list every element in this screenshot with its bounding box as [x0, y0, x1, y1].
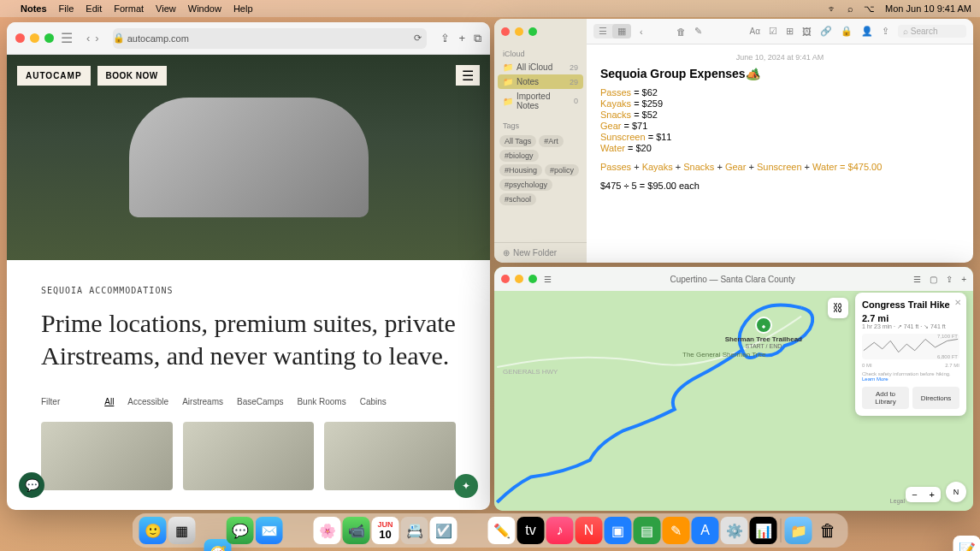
close-button[interactable] — [15, 33, 25, 43]
gallery-card[interactable] — [41, 422, 173, 490]
legal-link[interactable]: Legal — [890, 498, 905, 504]
zoom-in-button[interactable]: + — [924, 487, 941, 502]
view-toggle[interactable]: ☰ ▦ — [593, 24, 631, 39]
dock-notes[interactable]: 📝 — [953, 536, 981, 551]
close-icon[interactable]: ✕ — [954, 298, 961, 307]
filter-airstreams[interactable]: Airstreams — [182, 397, 223, 406]
checklist-icon[interactable]: ☑ — [769, 26, 777, 37]
dock-music[interactable]: ♪ — [546, 517, 574, 544]
folder-notes[interactable]: 📁 Notes 29 — [498, 74, 583, 89]
dock-photos[interactable]: 🌸 — [314, 517, 341, 544]
wifi-icon[interactable]: ᯤ — [828, 3, 837, 14]
dock-mail[interactable]: ✉️ — [256, 517, 283, 544]
menu-format[interactable]: Format — [114, 3, 144, 14]
dock-numbers[interactable]: ▤ — [634, 517, 661, 544]
dock-pages[interactable]: ✎ — [663, 517, 690, 544]
dock-trash[interactable]: 🗑 — [814, 517, 841, 544]
share-icon[interactable]: ⇪ — [882, 26, 889, 37]
directions-button[interactable]: Directions — [912, 387, 959, 409]
close-button[interactable] — [501, 27, 510, 36]
dock-tv[interactable]: tv — [517, 517, 545, 544]
dock-news[interactable]: N — [576, 517, 603, 544]
tag-school[interactable]: #school — [499, 193, 536, 205]
minimize-button[interactable] — [30, 33, 39, 43]
add-to-library-button[interactable]: Add to Library — [862, 387, 909, 409]
minimize-button[interactable] — [515, 27, 523, 36]
menu-window[interactable]: Window — [188, 3, 221, 14]
menubar-datetime[interactable]: Mon Jun 10 9:41 AM — [885, 3, 971, 14]
compass-button[interactable]: N — [946, 482, 966, 502]
dock-activity[interactable]: 📊 — [750, 517, 777, 544]
menu-file[interactable]: File — [59, 3, 74, 14]
chat-button[interactable]: 💬 — [19, 472, 44, 498]
link-icon[interactable]: 🔗 — [820, 26, 832, 37]
dock-downloads[interactable]: 📁 — [785, 517, 812, 544]
filter-basecamps[interactable]: BaseCamps — [237, 397, 283, 406]
dock-launchpad[interactable]: ▦ — [168, 517, 196, 544]
dock-settings[interactable]: ⚙️ — [721, 517, 748, 544]
dock-messages[interactable]: 💬 — [227, 517, 254, 544]
hamburger-menu[interactable]: ☰ — [456, 65, 480, 86]
dock-keynote[interactable]: ▣ — [605, 517, 632, 544]
tag-art[interactable]: #Art — [539, 135, 564, 147]
add-icon[interactable]: + — [961, 275, 966, 284]
dock-facetime[interactable]: 📹 — [343, 517, 370, 544]
list-view-icon[interactable]: ☰ — [593, 24, 612, 39]
learn-more-link[interactable]: Learn More — [862, 376, 888, 382]
back-button[interactable]: ‹ — [86, 32, 90, 44]
minimize-button[interactable] — [515, 275, 523, 283]
forward-button[interactable]: › — [95, 32, 98, 44]
dock-contacts[interactable]: 📇 — [401, 517, 428, 544]
poi-general-sherman[interactable]: The General Sherman Tree — [682, 351, 765, 358]
note-editor[interactable]: June 10, 2024 at 9:41 AM Sequoia Group E… — [587, 44, 973, 263]
share-icon[interactable]: ⇪ — [946, 275, 953, 284]
book-now-button[interactable]: BOOK NOW — [97, 66, 167, 86]
map-mode-button[interactable]: ⛓ — [828, 298, 848, 318]
new-folder-button[interactable]: ⊕ New Folder — [494, 242, 587, 263]
format-icon[interactable]: Aα — [750, 27, 760, 36]
close-button[interactable] — [501, 275, 510, 283]
dock-freeform[interactable]: ✏️ — [488, 517, 516, 544]
grid-view-icon[interactable]: ▦ — [612, 24, 631, 39]
sidebar-toggle-icon[interactable]: ☰ — [61, 30, 73, 46]
menu-edit[interactable]: Edit — [86, 3, 102, 14]
lock-icon[interactable]: 🔒 — [841, 26, 853, 37]
fullscreen-button[interactable] — [528, 27, 537, 36]
menu-help[interactable]: Help — [233, 3, 253, 14]
search-icon[interactable]: ⌕ — [847, 3, 853, 14]
fullscreen-button[interactable] — [44, 33, 54, 43]
dock-reminders[interactable]: ☑️ — [430, 517, 458, 544]
dock-finder[interactable]: 🙂 — [139, 517, 167, 544]
tag-psychology[interactable]: #psychology — [499, 179, 552, 191]
fullscreen-button[interactable] — [528, 275, 537, 283]
compose-icon[interactable]: ✎ — [694, 26, 702, 37]
filter-bunkrooms[interactable]: Bunk Rooms — [297, 397, 345, 406]
filter-all[interactable]: All — [104, 397, 114, 406]
trailhead-marker[interactable]: ⬥ Sherman Tree Trailhead START / END — [725, 317, 802, 349]
app-menu[interactable]: Notes — [21, 3, 47, 14]
folder-imported[interactable]: 📁 Imported Notes 0 — [494, 89, 587, 113]
gallery-card[interactable] — [324, 422, 456, 490]
reload-icon[interactable]: ⟳ — [414, 33, 427, 44]
menu-view[interactable]: View — [156, 3, 176, 14]
tag-biology[interactable]: #biology — [499, 150, 539, 162]
bookmarks-icon[interactable]: ☰ — [913, 275, 921, 284]
mode-icon[interactable]: ▢ — [930, 275, 937, 284]
filter-cabins[interactable]: Cabins — [360, 397, 387, 406]
search-input[interactable]: ⌕ Search — [898, 25, 966, 38]
table-icon[interactable]: ⊞ — [786, 26, 794, 37]
tabs-icon[interactable]: ⧉ — [474, 32, 481, 45]
gallery-card[interactable] — [183, 422, 315, 490]
dock-appstore[interactable]: A — [692, 517, 719, 544]
accessibility-badge[interactable]: ✦ — [454, 474, 478, 498]
zoom-out-button[interactable]: − — [906, 487, 923, 502]
media-icon[interactable]: 🖼 — [802, 27, 812, 37]
new-tab-icon[interactable]: + — [458, 32, 465, 45]
folder-all-icloud[interactable]: 📁 All iCloud 29 — [494, 60, 587, 74]
tag-all[interactable]: All Tags — [499, 135, 536, 147]
site-logo[interactable]: AUTOCAMP — [17, 66, 91, 86]
back-icon[interactable]: ‹ — [640, 27, 643, 37]
share-icon[interactable]: ⇪ — [440, 32, 450, 45]
tag-policy[interactable]: #policy — [545, 164, 579, 176]
control-center-icon[interactable]: ⌥ — [864, 3, 875, 15]
